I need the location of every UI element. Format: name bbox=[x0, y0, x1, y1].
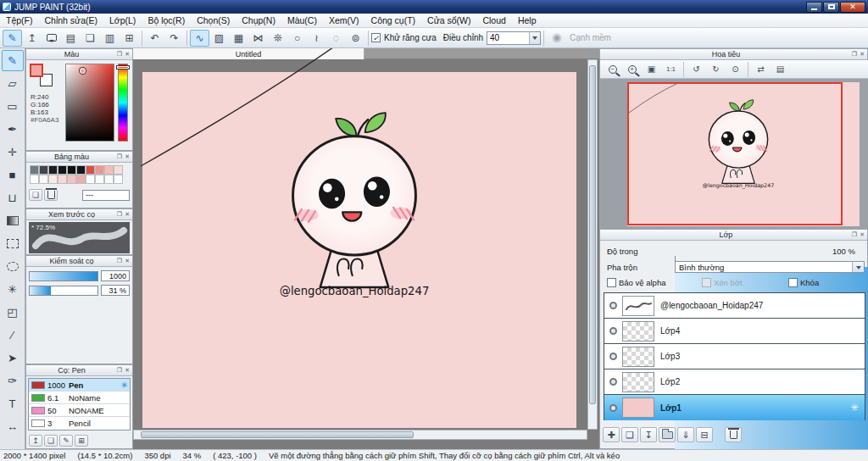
blend-dropdown-button[interactable] bbox=[852, 262, 864, 272]
transform-tool[interactable]: ◰ bbox=[2, 302, 24, 323]
hue-indicator[interactable] bbox=[117, 66, 129, 69]
menu-cloud[interactable]: Cloud bbox=[476, 14, 511, 27]
color-panel-header[interactable]: Màu ❐ ✕ bbox=[26, 49, 132, 60]
rotate-ccw-button[interactable]: ↺ bbox=[687, 62, 706, 77]
move-tool[interactable]: ✛ bbox=[2, 142, 24, 163]
export-icon[interactable]: ↥ bbox=[22, 30, 42, 47]
brush-up-button[interactable]: ↥ bbox=[29, 435, 42, 447]
foreground-color-swatch[interactable] bbox=[30, 64, 43, 77]
lock-checkbox[interactable] bbox=[788, 278, 798, 287]
panel-popout-icon[interactable]: ❐ bbox=[117, 51, 122, 58]
palette-swatch[interactable] bbox=[114, 175, 123, 184]
brush-settings-icon[interactable]: ✳ bbox=[121, 380, 128, 390]
panel-close-icon[interactable]: ✕ bbox=[860, 51, 865, 58]
magic-wand-tool[interactable]: ✳ bbox=[2, 279, 24, 300]
adjust-dropdown-button[interactable] bbox=[529, 32, 540, 44]
add-brush-button[interactable]: ❏ bbox=[44, 435, 58, 447]
palette-swatch[interactable] bbox=[39, 165, 48, 175]
palette-swatch[interactable] bbox=[86, 175, 95, 184]
sv-indicator[interactable] bbox=[80, 68, 86, 74]
pan-tool[interactable]: ↔ bbox=[2, 416, 24, 437]
edit-brush-button[interactable]: ✎ bbox=[59, 435, 73, 447]
circle-guide-icon[interactable]: ○ bbox=[287, 30, 307, 47]
palette-swatch[interactable] bbox=[114, 165, 123, 175]
menu-view[interactable]: Xem(V) bbox=[323, 14, 365, 27]
ruler-tool[interactable]: ∕ bbox=[2, 325, 24, 346]
palette-swatch[interactable] bbox=[48, 175, 58, 184]
delete-layer-button[interactable] bbox=[725, 427, 742, 442]
panel-popout-icon[interactable]: ❐ bbox=[117, 258, 122, 264]
layer-visibility-icon[interactable] bbox=[609, 378, 617, 386]
pen-tool[interactable]: ✒ bbox=[2, 119, 24, 140]
blend-mode-select[interactable]: Bình thường bbox=[675, 261, 865, 273]
lock-check[interactable]: Khóa bbox=[788, 278, 819, 287]
panel-close-icon[interactable]: ✕ bbox=[125, 51, 130, 58]
palette-swatch[interactable] bbox=[67, 175, 76, 184]
palette-swatch[interactable] bbox=[95, 165, 104, 175]
brush-list-header[interactable]: Cọ: Pen ❐ ✕ bbox=[26, 365, 132, 376]
palette-swatch[interactable] bbox=[58, 175, 67, 184]
curve-guide-icon[interactable]: ≀ bbox=[307, 30, 326, 47]
merge-layer-button[interactable]: ⊟ bbox=[696, 427, 713, 442]
brush-grid-button[interactable]: ⊞ bbox=[75, 435, 88, 447]
navigator-viewport[interactable] bbox=[600, 79, 868, 230]
brush-item-pencil[interactable]: 3 Pencil bbox=[29, 417, 130, 430]
text-tool[interactable]: T bbox=[2, 393, 24, 414]
menu-edit[interactable]: Chỉnh sửa(E) bbox=[39, 14, 103, 27]
undo-button[interactable]: ↶ bbox=[145, 30, 164, 47]
panel-popout-icon[interactable]: ❐ bbox=[117, 211, 122, 218]
eraser-tool[interactable]: ▱ bbox=[2, 73, 24, 94]
layer-visibility-icon[interactable] bbox=[609, 404, 617, 412]
add-swatch-button[interactable]: ❏ bbox=[29, 189, 42, 201]
adjust-value[interactable]: 40 bbox=[487, 32, 529, 44]
scrollbar-thumb[interactable] bbox=[141, 431, 414, 438]
bucket-tool[interactable]: ⊔ bbox=[2, 187, 24, 208]
ellipse-guide-icon[interactable]: ◌ bbox=[326, 30, 346, 47]
palette-swatch[interactable] bbox=[67, 165, 76, 175]
minimize-button[interactable] bbox=[806, 2, 822, 13]
palette-panel-header[interactable]: Bảng màu ❐ ✕ bbox=[26, 152, 132, 163]
stroke-stabilize-icon[interactable]: ∿ bbox=[190, 30, 209, 47]
reset-rotation-button[interactable]: ⊙ bbox=[726, 62, 745, 77]
document-tab[interactable]: Untitled bbox=[133, 48, 364, 59]
brush-item-noname[interactable]: 6.1 NoName bbox=[29, 392, 130, 404]
fill-shape-tool[interactable]: ■ bbox=[2, 164, 24, 186]
menu-layer[interactable]: Lớp(L) bbox=[103, 14, 142, 27]
fit-screen-button[interactable]: ▣ bbox=[642, 62, 661, 77]
brush-item-pen[interactable]: 1000 Pen ✳ bbox=[29, 379, 130, 392]
pages-icon[interactable]: ❏ bbox=[81, 30, 100, 47]
shape-tool[interactable]: ▭ bbox=[2, 96, 24, 117]
panel-popout-icon[interactable]: ❐ bbox=[852, 51, 857, 58]
palette-swatch[interactable] bbox=[76, 165, 86, 175]
layer-visibility-icon[interactable] bbox=[609, 327, 617, 335]
palette-swatch[interactable] bbox=[76, 175, 86, 184]
zoom-in-button[interactable]: + bbox=[622, 62, 642, 77]
alpha-protect-check[interactable]: Bảo vệ alpha bbox=[607, 278, 665, 287]
radial-guide-icon[interactable]: ⊚ bbox=[346, 30, 365, 47]
zoom-out-button[interactable]: − bbox=[603, 62, 622, 77]
transfer-layer-button[interactable]: ⇓ bbox=[677, 427, 694, 442]
menu-select[interactable]: Chọn(S) bbox=[191, 14, 236, 27]
palette-swatch[interactable] bbox=[104, 165, 114, 175]
palette-swatch[interactable] bbox=[30, 165, 39, 175]
delete-swatch-button[interactable] bbox=[44, 189, 58, 201]
layer-row-watermark[interactable]: @lengocbaoan_Hoidap247 bbox=[604, 293, 865, 319]
canvas[interactable] bbox=[142, 72, 576, 428]
palette-swatch[interactable] bbox=[86, 165, 95, 175]
menu-filter[interactable]: Bộ lọc(R) bbox=[142, 14, 191, 27]
menu-snap[interactable]: Chụp(N) bbox=[236, 14, 281, 27]
brush-control-header[interactable]: Kiểm soát cọ ❐ ✕ bbox=[26, 256, 132, 267]
panel-popout-icon[interactable]: ❐ bbox=[117, 367, 122, 374]
color-swatches[interactable] bbox=[30, 64, 55, 89]
panel-popout-icon[interactable]: ❐ bbox=[117, 153, 122, 160]
close-button[interactable]: ✕ bbox=[840, 2, 865, 13]
add-layer-button[interactable]: ✚ bbox=[603, 427, 620, 442]
palette-swatch[interactable] bbox=[104, 175, 114, 184]
canvas-horizontal-scrollbar[interactable] bbox=[133, 430, 587, 440]
antialias-checkbox[interactable]: ✓ bbox=[371, 33, 381, 42]
flip-horizontal-button[interactable]: ⇄ bbox=[751, 62, 771, 77]
layer-row-2[interactable]: Lớp2 bbox=[604, 369, 865, 395]
brush-size-value[interactable]: 1000 bbox=[101, 270, 130, 281]
brush-opacity-value[interactable]: 31 % bbox=[101, 285, 130, 296]
brush-item-NONAME[interactable]: 50 NONAME bbox=[29, 404, 130, 417]
